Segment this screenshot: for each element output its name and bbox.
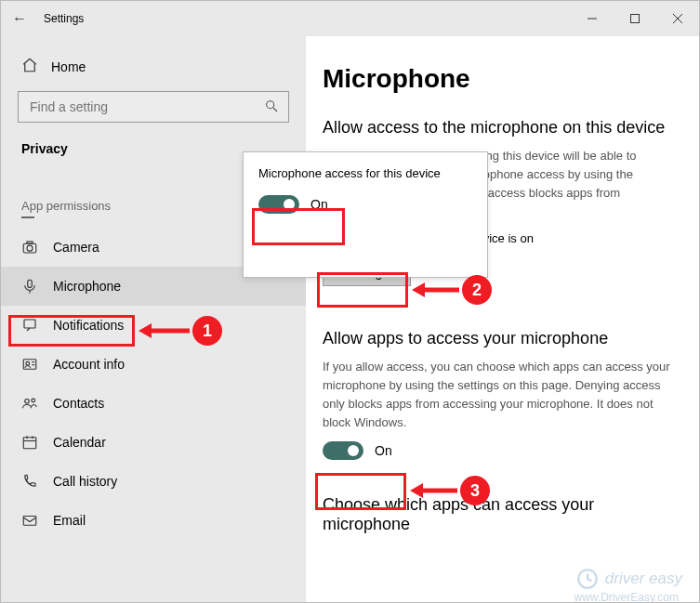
account-info-icon [21,356,38,373]
microphone-access-flyout: Microphone access for this device On [243,151,488,278]
svg-point-16 [25,400,30,404]
svg-rect-9 [28,280,33,287]
svg-rect-1 [631,15,640,23]
search-input[interactable] [28,98,264,115]
maximize-button[interactable] [614,4,656,33]
svg-point-13 [26,361,30,365]
section2-body: If you allow access, you can choose whic… [323,358,673,433]
close-button[interactable] [656,4,699,33]
sidebar-item-account-info[interactable]: Account info [1,345,306,384]
home-icon [21,57,38,76]
sidebar-item-label: Camera [53,240,99,255]
svg-point-17 [32,399,35,402]
calendar-icon [21,434,38,451]
svg-point-7 [27,245,33,251]
annotation-arrow-3 [410,477,462,505]
email-icon [21,512,38,529]
section2-toggle-row: On [323,441,673,460]
search-icon [264,98,279,116]
sidebar-group-underline [21,216,34,218]
sidebar-item-email[interactable]: Email [1,501,306,540]
svg-rect-18 [23,438,36,449]
sidebar-item-label: Contacts [53,396,104,411]
contacts-icon [21,395,38,412]
device-access-toggle-label: On [310,197,328,212]
window-title: Settings [38,12,571,25]
annotation-badge-3: 3 [460,476,490,505]
svg-line-5 [273,108,277,111]
minimize-button[interactable] [571,4,614,33]
svg-rect-11 [24,320,35,328]
sidebar-item-label: Notifications [53,318,124,333]
sidebar-item-label: Calendar [53,435,106,450]
sidebar-item-label: Microphone [53,279,121,294]
sidebar-item-label: Email [53,513,86,528]
annotation-arrow-2 [412,276,464,304]
call-history-icon [21,473,38,490]
svg-marker-28 [410,483,423,498]
svg-marker-24 [139,323,152,338]
sidebar-home-label: Home [51,59,86,74]
section2-title: Allow apps to access your microphone [323,329,673,348]
apps-access-toggle-label: On [375,443,392,458]
annotation-arrow-1 [139,317,194,345]
flyout-title: Microphone access for this device [258,165,472,182]
svg-marker-26 [412,282,425,297]
page-heading: Microphone [323,64,673,94]
title-bar: ← Settings [1,1,699,36]
annotation-badge-1: 1 [192,316,222,346]
camera-icon [21,239,38,256]
sidebar-item-call-history[interactable]: Call history [1,462,306,501]
sidebar-item-label: Account info [53,357,125,372]
notifications-icon [21,317,38,334]
apps-access-toggle[interactable] [323,441,363,460]
microphone-icon [21,278,38,295]
back-button[interactable]: ← [1,10,38,27]
sidebar-item-label: Call history [53,474,117,489]
sidebar-item-contacts[interactable]: Contacts [1,384,306,423]
device-access-toggle[interactable] [258,195,299,214]
sidebar-home[interactable]: Home [1,49,306,85]
svg-rect-22 [23,517,36,526]
annotation-badge-2: 2 [462,275,492,305]
main-content: Microphone Allow access to the microphon… [306,36,699,602]
sidebar-item-calendar[interactable]: Calendar [1,423,306,462]
svg-rect-8 [27,242,33,243]
section1-title: Allow access to the microphone on this d… [323,118,673,138]
svg-point-4 [267,100,274,108]
search-box[interactable] [18,91,289,123]
section3-title: Choose which apps can access your microp… [323,495,673,534]
